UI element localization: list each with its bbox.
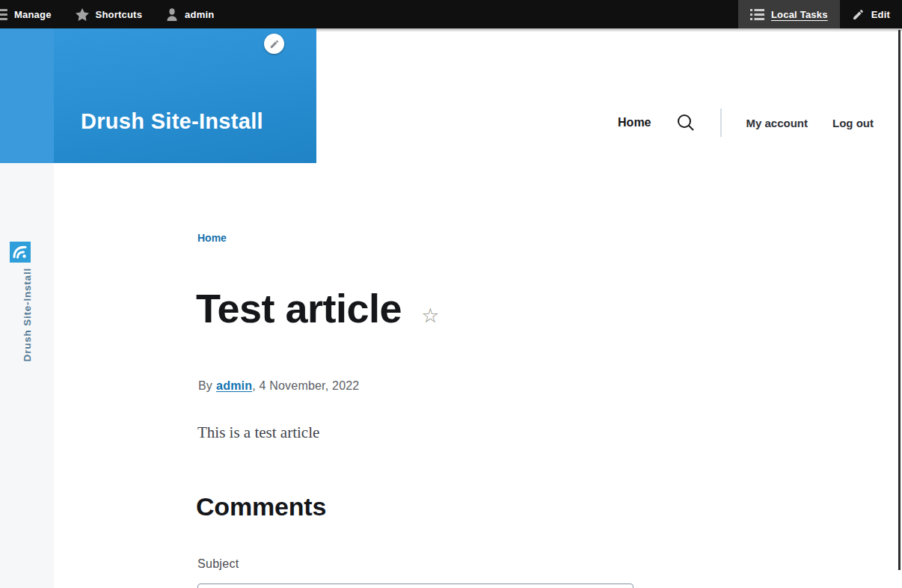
nav-log-out-link[interactable]: Log out (832, 117, 874, 129)
article-title-row: Test article ☆ (196, 287, 439, 330)
header-edit-button[interactable] (264, 34, 284, 54)
nav-my-account-link[interactable]: My account (746, 117, 809, 129)
sidebar: Drush Site-Install (0, 163, 54, 588)
toolbar-manage-label: Manage (14, 9, 52, 20)
toolbar-edit-label: Edit (871, 9, 890, 20)
toolbar-edit-button[interactable]: Edit (840, 0, 902, 28)
admin-toolbar: Manage Shortcuts admin Local Tasks (0, 0, 902, 28)
toolbar-local-tasks-button[interactable]: Local Tasks (738, 0, 840, 28)
breadcrumb: Home (197, 232, 227, 244)
star-outline-icon[interactable]: ☆ (421, 305, 439, 325)
toolbar-local-tasks-label: Local Tasks (771, 9, 828, 20)
site-header-banner: Drush Site-Install (0, 28, 316, 163)
user-icon (166, 8, 178, 21)
author-link[interactable]: admin (216, 379, 252, 392)
vertical-site-name[interactable]: Drush Site-Install (22, 268, 33, 361)
subject-label: Subject (197, 557, 239, 571)
article-byline: Byadmin, 4 November, 2022 (198, 379, 359, 393)
toolbar-manage-button[interactable]: Manage (0, 0, 64, 28)
comments-heading: Comments (196, 492, 326, 521)
site-name-link[interactable]: Drush Site-Install (81, 109, 263, 134)
star-icon (76, 8, 89, 21)
menu-icon (0, 9, 7, 20)
breadcrumb-home-link[interactable]: Home (197, 232, 227, 244)
site-header-strip (0, 28, 54, 163)
toolbar-shortcuts-label: Shortcuts (96, 9, 142, 20)
site-logo-icon[interactable] (10, 242, 31, 263)
page: Manage Shortcuts admin Local Tasks (0, 0, 902, 588)
nav-divider (720, 108, 722, 137)
admin-toolbar-left: Manage Shortcuts admin (0, 0, 226, 28)
search-icon (676, 113, 696, 132)
byline-prefix: By (198, 379, 212, 392)
subject-input[interactable] (197, 584, 633, 588)
toolbar-admin-button[interactable]: admin (154, 0, 226, 28)
byline-date: , 4 November, 2022 (252, 379, 359, 392)
toolbar-admin-label: admin (185, 9, 214, 20)
search-button[interactable] (676, 113, 696, 132)
toolbar-shortcuts-button[interactable]: Shortcuts (64, 0, 154, 28)
pencil-icon (852, 8, 865, 21)
nav-home-link[interactable]: Home (618, 116, 651, 129)
pencil-icon (269, 39, 280, 49)
primary-navigation: Home My account Log out (316, 97, 902, 148)
article-title: Test article (196, 287, 402, 330)
article-body: This is a test article (197, 423, 319, 442)
list-icon (750, 9, 764, 20)
scrollbar-thumb[interactable] (898, 30, 901, 570)
admin-toolbar-right: Local Tasks Edit (738, 0, 902, 28)
